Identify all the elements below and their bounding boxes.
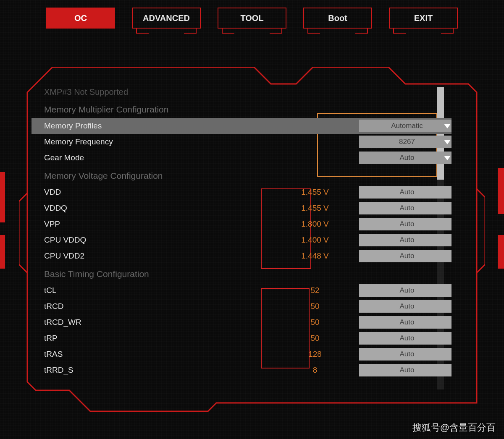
row-vddq[interactable]: VDDQ 1.455 V Auto xyxy=(32,200,452,216)
dropdown-value: 8267 xyxy=(399,138,415,146)
side-accent xyxy=(0,172,5,222)
row-cpu-vddq[interactable]: CPU VDDQ 1.400 V Auto xyxy=(32,232,452,248)
tab-label: Boot xyxy=(328,13,347,23)
setting-label: tRAS xyxy=(44,350,271,359)
field-vpp[interactable]: Auto xyxy=(359,218,452,230)
field-cpu-vddq[interactable]: Auto xyxy=(359,234,452,246)
setting-label: CPU VDDQ xyxy=(44,235,271,245)
field-value: Auto xyxy=(400,366,415,374)
chevron-down-icon xyxy=(444,156,451,160)
field-tcl[interactable]: Auto xyxy=(359,284,452,297)
tab-label: ADVANCED xyxy=(143,13,190,23)
setting-label: tCL xyxy=(44,286,271,295)
field-tras[interactable]: Auto xyxy=(359,348,452,361)
setting-label: CPU VDD2 xyxy=(44,251,271,261)
tab-exit[interactable]: EXIT xyxy=(389,8,458,29)
tab-label: EXIT xyxy=(414,13,433,23)
side-accent xyxy=(0,235,5,269)
timing-reading: 128 xyxy=(279,350,351,359)
setting-label: Gear Mode xyxy=(44,153,271,162)
voltage-reading: 1.448 V xyxy=(279,251,351,261)
settings-panel: XMP#3 Not Supported Memory Multiplier Co… xyxy=(32,87,452,389)
field-value: Auto xyxy=(400,286,415,295)
row-cpu-vdd2[interactable]: CPU VDD2 1.448 V Auto xyxy=(32,248,452,264)
row-tcl[interactable]: tCL 52 Auto xyxy=(32,282,452,298)
field-vdd[interactable]: Auto xyxy=(359,186,452,199)
row-trcd-wr[interactable]: tRCD_WR 50 Auto xyxy=(32,314,452,330)
field-trrd-s[interactable]: Auto xyxy=(359,364,452,376)
tab-boot[interactable]: Boot xyxy=(303,8,372,29)
timing-reading: 8 xyxy=(279,366,351,375)
main-tabs: OC ADVANCED TOOL Boot EXIT xyxy=(0,8,504,29)
row-trrd-s[interactable]: tRRD_S 8 Auto xyxy=(32,362,452,378)
field-value: Auto xyxy=(400,220,415,228)
section-basic-timing: Basic Timing Configuration xyxy=(32,264,452,282)
row-gear-mode[interactable]: Gear Mode Auto xyxy=(32,150,452,166)
field-vddq[interactable]: Auto xyxy=(359,202,452,214)
setting-label: tRRD_S xyxy=(44,366,271,375)
field-value: Auto xyxy=(400,236,415,244)
watermark: 搜狐号@含量百分百 xyxy=(412,421,496,434)
field-cpu-vdd2[interactable]: Auto xyxy=(359,250,452,262)
timing-reading: 50 xyxy=(279,302,351,311)
field-value: Auto xyxy=(400,350,415,358)
field-value: Auto xyxy=(400,188,415,196)
timing-reading: 50 xyxy=(279,334,351,343)
field-trcd-wr[interactable]: Auto xyxy=(359,316,452,329)
field-value: Auto xyxy=(400,252,415,260)
dropdown-value: Auto xyxy=(400,154,415,162)
tab-oc[interactable]: OC xyxy=(46,8,115,29)
field-value: Auto xyxy=(400,318,415,327)
row-vpp[interactable]: VPP 1.800 V Auto xyxy=(32,216,452,232)
section-memory-voltage: Memory Voltage Configuration xyxy=(32,166,452,184)
side-accent xyxy=(498,235,504,269)
setting-label: VDD xyxy=(44,188,271,197)
field-value: Auto xyxy=(400,334,415,342)
tab-advanced[interactable]: ADVANCED xyxy=(132,8,201,29)
row-vdd[interactable]: VDD 1.455 V Auto xyxy=(32,184,452,200)
row-trp[interactable]: tRP 50 Auto xyxy=(32,330,452,346)
voltage-reading: 1.400 V xyxy=(279,235,351,245)
side-accent xyxy=(498,168,504,214)
row-memory-profiles[interactable]: Memory Profiles Automatic xyxy=(32,118,452,134)
dropdown-memory-profiles[interactable]: Automatic xyxy=(359,120,452,132)
tab-tool[interactable]: TOOL xyxy=(218,8,286,29)
section-memory-multiplier: Memory Multiplier Configuration xyxy=(32,99,452,118)
tab-label: OC xyxy=(74,13,87,23)
voltage-reading: 1.455 V xyxy=(279,204,351,213)
setting-label: tRCD xyxy=(44,302,271,311)
xmp3-status: XMP#3 Not Supported xyxy=(32,87,452,99)
timing-reading: 52 xyxy=(279,286,351,295)
field-trp[interactable]: Auto xyxy=(359,332,452,345)
field-value: Auto xyxy=(400,302,415,311)
row-trcd[interactable]: tRCD 50 Auto xyxy=(32,298,452,314)
row-tras[interactable]: tRAS 128 Auto xyxy=(32,346,452,362)
chevron-down-icon xyxy=(444,124,451,128)
field-value: Auto xyxy=(400,204,415,212)
dropdown-memory-frequency[interactable]: 8267 xyxy=(359,136,452,148)
setting-label: Memory Frequency xyxy=(44,137,271,146)
setting-label: tRCD_WR xyxy=(44,318,271,327)
field-trcd[interactable]: Auto xyxy=(359,300,452,313)
voltage-reading: 1.800 V xyxy=(279,220,351,229)
setting-label: VDDQ xyxy=(44,204,271,213)
chevron-down-icon xyxy=(444,140,451,144)
voltage-reading: 1.455 V xyxy=(279,188,351,197)
setting-label: tRP xyxy=(44,334,271,343)
dropdown-value: Automatic xyxy=(391,122,423,130)
timing-reading: 50 xyxy=(279,318,351,327)
dropdown-gear-mode[interactable]: Auto xyxy=(359,152,452,164)
tab-label: TOOL xyxy=(240,13,263,23)
setting-label: Memory Profiles xyxy=(44,121,271,131)
setting-label: VPP xyxy=(44,220,271,229)
row-memory-frequency[interactable]: Memory Frequency 8267 xyxy=(32,134,452,150)
